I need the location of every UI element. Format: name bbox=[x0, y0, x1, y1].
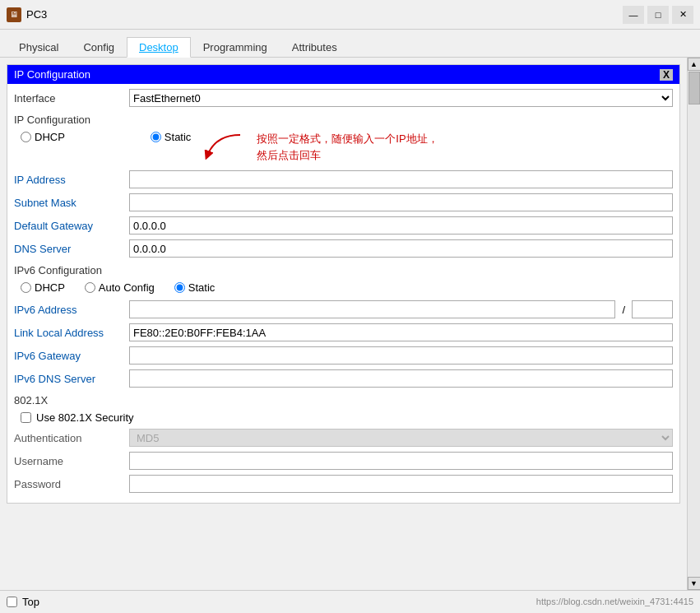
window-title: PC3 bbox=[26, 8, 47, 21]
ip-config-section-title: IP Configuration bbox=[14, 114, 673, 126]
minimize-button[interactable]: — bbox=[623, 6, 644, 24]
ip-radio-row: DHCP Static bbox=[14, 131, 191, 143]
ip-address-row: IP Address bbox=[14, 170, 673, 188]
bottom-bar: Top https://blog.csdn.net/weixin_4731ː44… bbox=[0, 590, 700, 613]
ipv6-gateway-row: IPv6 Gateway bbox=[14, 346, 673, 365]
dns-server-row: DNS Server bbox=[14, 239, 673, 258]
ipv6-dns-input[interactable] bbox=[129, 369, 673, 388]
scrollbar[interactable]: ▲ ▼ bbox=[687, 58, 700, 590]
interface-row: Interface FastEthernet0 bbox=[14, 89, 673, 107]
scrollbar-thumb[interactable] bbox=[688, 72, 700, 104]
scrollbar-track[interactable] bbox=[688, 71, 701, 577]
scroll-down-button[interactable]: ▼ bbox=[688, 577, 701, 590]
top-checkbox[interactable] bbox=[7, 597, 17, 607]
ipv6-auto-radio[interactable] bbox=[85, 282, 95, 293]
window-controls: — □ ✕ bbox=[623, 6, 693, 24]
tab-desktop[interactable]: Desktop bbox=[127, 37, 191, 58]
password-label: Password bbox=[14, 478, 129, 490]
ipv6-auto-label: Auto Config bbox=[99, 281, 155, 294]
ipv6-address-label: IPv6 Address bbox=[14, 304, 129, 316]
ipv6-static-radio[interactable] bbox=[174, 282, 185, 293]
auth-select[interactable]: MD5 bbox=[129, 429, 673, 447]
auth-row: Authentication MD5 bbox=[14, 429, 673, 447]
ipv6-dhcp-option[interactable]: DHCP bbox=[21, 281, 65, 294]
link-local-row: Link Local Address bbox=[14, 323, 673, 341]
ipv6-dns-row: IPv6 DNS Server bbox=[14, 369, 673, 388]
ipv6-dhcp-radio[interactable] bbox=[21, 282, 31, 293]
scroll-up-button[interactable]: ▲ bbox=[688, 58, 701, 71]
subnet-mask-row: Subnet Mask bbox=[14, 193, 673, 211]
default-gateway-row: Default Gateway bbox=[14, 216, 673, 235]
app-icon: 🖥 bbox=[7, 7, 21, 22]
dhcp-label: DHCP bbox=[35, 131, 65, 143]
tab-physical[interactable]: Physical bbox=[7, 37, 71, 58]
ipv6-auto-option[interactable]: Auto Config bbox=[85, 281, 155, 294]
ipv6-radio-row: DHCP Auto Config Static bbox=[14, 281, 673, 294]
ip-address-input[interactable] bbox=[129, 170, 673, 188]
tab-config[interactable]: Config bbox=[71, 37, 127, 58]
dot1x-checkbox-label: Use 802.1X Security bbox=[36, 411, 134, 424]
default-gateway-label: Default Gateway bbox=[14, 220, 129, 232]
dhcp-radio[interactable] bbox=[21, 132, 31, 142]
annotation-text: 按照一定格式，随便输入一个IP地址，然后点击回车 bbox=[257, 131, 438, 163]
annotation-area: 按照一定格式，随便输入一个IP地址，然后点击回车 bbox=[199, 131, 438, 164]
tab-bar: Physical Config Desktop Programming Attr… bbox=[0, 30, 700, 58]
static-option[interactable]: Static bbox=[151, 131, 192, 143]
dns-server-input[interactable] bbox=[129, 239, 673, 258]
ip-config-panel: IP Configuration X Interface FastEtherne… bbox=[7, 64, 680, 504]
username-row: Username bbox=[14, 452, 673, 470]
password-row: Password bbox=[14, 475, 673, 493]
link-local-label: Link Local Address bbox=[14, 327, 129, 339]
ipv6-section-title: IPv6 Configuration bbox=[14, 264, 673, 276]
ipv6-dhcp-label: DHCP bbox=[35, 281, 65, 294]
close-button[interactable]: ✕ bbox=[672, 6, 693, 24]
ip-config-header: IP Configuration X bbox=[7, 65, 679, 84]
arrow-icon bbox=[199, 131, 248, 164]
top-checkbox-area: Top bbox=[7, 596, 39, 608]
ipv6-address-inputs: / bbox=[129, 300, 673, 318]
ipv6-address-row: IPv6 Address / bbox=[14, 300, 673, 318]
maximize-button[interactable]: □ bbox=[647, 6, 669, 24]
top-label: Top bbox=[22, 596, 39, 608]
bottom-url: https://blog.csdn.net/weixin_4731ː4415 bbox=[536, 597, 693, 607]
dot1x-checkbox-row: Use 802.1X Security bbox=[14, 411, 673, 424]
tab-programming[interactable]: Programming bbox=[191, 37, 280, 58]
ipv6-static-label: Static bbox=[188, 281, 216, 294]
ip-config-close[interactable]: X bbox=[660, 69, 673, 81]
title-bar: 🖥 PC3 — □ ✕ bbox=[0, 0, 700, 30]
default-gateway-input[interactable] bbox=[129, 216, 673, 235]
password-input[interactable] bbox=[129, 475, 673, 493]
ipv6-gateway-input[interactable] bbox=[129, 346, 673, 365]
ip-address-label: IP Address bbox=[14, 174, 129, 186]
interface-label: Interface bbox=[14, 92, 129, 104]
ip-config-title: IP Configuration bbox=[14, 68, 90, 81]
subnet-mask-input[interactable] bbox=[129, 193, 673, 211]
interface-select[interactable]: FastEthernet0 bbox=[129, 89, 673, 107]
username-label: Username bbox=[14, 455, 129, 467]
ipv6-gateway-label: IPv6 Gateway bbox=[14, 350, 129, 362]
auth-label: Authentication bbox=[14, 432, 129, 444]
dot1x-section-title: 802.1X bbox=[14, 394, 673, 406]
static-radio[interactable] bbox=[151, 132, 161, 142]
link-local-input[interactable] bbox=[129, 323, 673, 341]
dns-server-label: DNS Server bbox=[14, 243, 129, 255]
ipv6-address-input[interactable] bbox=[129, 300, 615, 318]
panel-body: Interface FastEthernet0 IP Configuration… bbox=[7, 84, 679, 503]
ipv6-dns-label: IPv6 DNS Server bbox=[14, 373, 129, 385]
tab-attributes[interactable]: Attributes bbox=[280, 37, 350, 58]
static-label: Static bbox=[165, 131, 192, 143]
ipv6-static-option[interactable]: Static bbox=[174, 281, 216, 294]
dhcp-option[interactable]: DHCP bbox=[21, 131, 65, 143]
subnet-mask-label: Subnet Mask bbox=[14, 197, 129, 209]
dot1x-checkbox[interactable] bbox=[21, 412, 31, 423]
content-area: IP Configuration X Interface FastEtherne… bbox=[0, 58, 687, 590]
username-input[interactable] bbox=[129, 452, 673, 470]
ipv6-slash: / bbox=[619, 304, 628, 316]
main-content: IP Configuration X Interface FastEtherne… bbox=[0, 58, 700, 590]
ipv6-prefix-length-input[interactable] bbox=[632, 300, 673, 318]
